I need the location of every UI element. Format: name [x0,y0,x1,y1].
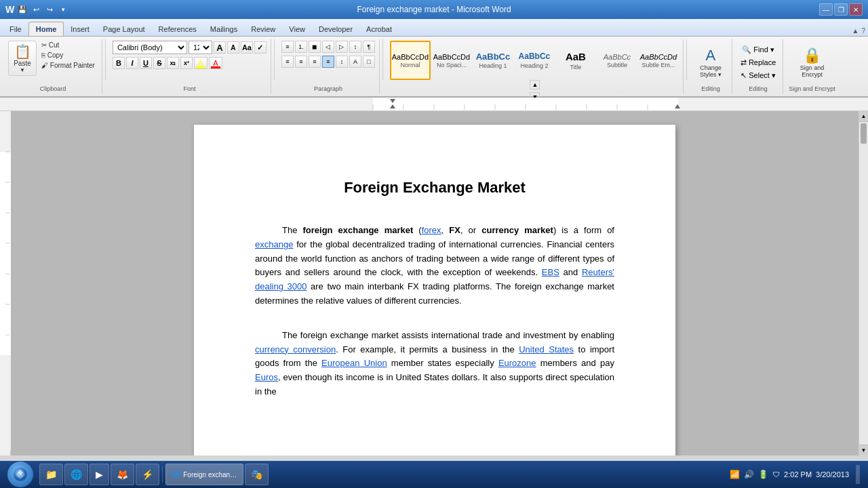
scroll-up-button[interactable]: ▲ [859,111,868,122]
tab-mailings[interactable]: Mailings [203,22,244,36]
numbering-button[interactable]: 1. [295,41,307,53]
highlight-color-button[interactable]: A [194,57,208,69]
font-shrink-button[interactable]: A [227,41,239,54]
link-european-union[interactable]: European Union [321,358,387,368]
justify-button[interactable]: ≡ [322,56,334,68]
change-case-button[interactable]: Aa [241,41,253,54]
style-normal-preview: AaBbCcDd [392,52,429,62]
clear-format-button[interactable]: ✓ [254,41,267,54]
link-eurozone[interactable]: Eurozone [498,358,536,368]
restore-button[interactable]: ❐ [834,3,848,16]
paste-label: Paste [14,60,31,67]
decrease-indent-button[interactable]: ◁ [322,41,334,53]
minimize-button[interactable]: — [819,3,833,16]
tab-review[interactable]: Review [244,22,282,36]
quick-access-undo[interactable]: ↩ [31,4,41,15]
replace-button[interactable]: ⇄ Replace [738,57,778,68]
sort-button[interactable]: ↕ [349,41,361,53]
link-united-states[interactable]: United States [519,344,574,354]
close-button[interactable]: ✕ [849,3,863,16]
style-heading2[interactable]: AaBbCc Heading 2 [514,41,555,80]
tab-view[interactable]: View [282,22,312,36]
paragraph-1[interactable]: The foreign exchange market (forex, FX, … [255,224,614,308]
align-center-button[interactable]: ≡ [295,56,307,68]
ribbon-help-icon[interactable]: ? [861,27,865,35]
tab-acrobat[interactable]: Acrobat [359,22,399,36]
font-name-selector[interactable]: Calibri (Body) [113,41,187,54]
text-currency-market: currency market [481,225,553,235]
show-marks-button[interactable]: ¶ [363,41,375,53]
link-exchange[interactable]: exchange [255,239,293,249]
taskbar-app-browser2[interactable]: ⚡ [136,464,159,485]
taskbar-app-explorer[interactable]: 📁 [39,464,63,485]
link-currency-conversion[interactable]: currency conversion [255,344,336,354]
tab-insert[interactable]: Insert [64,22,96,36]
tab-references[interactable]: References [152,22,203,36]
paragraph-2[interactable]: The foreign exchange market assists inte… [255,329,614,399]
link-forex[interactable]: forex [422,225,441,235]
taskbar-app-ie[interactable]: 🌐 [64,464,88,485]
tab-file[interactable]: File [3,22,28,36]
superscript-button[interactable]: x² [180,57,193,69]
quick-access-dropdown[interactable]: ▼ [58,4,68,15]
vertical-scrollbar[interactable]: ▲ ▼ [859,111,868,455]
quick-access-redo[interactable]: ↪ [44,4,55,15]
underline-button[interactable]: U [140,57,152,69]
format-painter-button[interactable]: 🖌 Format Painter [39,61,98,70]
sign-encrypt-button[interactable]: 🔒 Sign andEncrypt [795,47,829,78]
subscript-button[interactable]: x₂ [167,57,179,69]
tab-developer[interactable]: Developer [312,22,359,36]
replace-icon: ⇄ [741,58,747,67]
increase-indent-button[interactable]: ▷ [336,41,348,53]
bold-button[interactable]: B [113,57,125,69]
scroll-thumb[interactable] [861,123,867,144]
align-left-button[interactable]: ≡ [281,56,294,68]
style-heading1[interactable]: AaBbCc Heading 1 [473,41,513,80]
style-subtle-em[interactable]: AaBbCcDd Subtle Em... [638,41,679,80]
line-spacing-button[interactable]: ↕ [336,56,348,68]
link-ebs[interactable]: EBS [542,267,559,277]
quick-access-save[interactable]: 💾 [17,4,28,15]
cut-button[interactable]: ✂ Cut [39,41,98,49]
tab-home[interactable]: Home [28,22,64,36]
paste-dropdown-icon: ▼ [20,67,25,73]
taskbar-word-label: Foreign exchange... [183,471,237,479]
ribbon-minimize-icon[interactable]: ▲ [852,27,859,35]
document-scroll[interactable]: Foreign Exchange Market The foreign exch… [11,111,859,455]
align-right-button[interactable]: ≡ [309,56,321,68]
tray-battery-icon: 🔋 [758,470,768,479]
style-subtitle[interactable]: AaBbCc Subtitle [597,41,637,80]
paste-button[interactable]: 📋 Paste ▼ [8,41,37,76]
italic-button[interactable]: I [126,57,138,69]
copy-button[interactable]: ⎘ Copy [39,51,98,60]
find-button[interactable]: 🔍 Find ▾ [739,44,776,56]
select-button[interactable]: ↖ Select ▾ [738,70,778,81]
taskbar-app-firefox[interactable]: 🦊 [111,464,134,485]
style-no-spacing[interactable]: AaBbCcDd No Spaci... [431,41,472,80]
document-page: Foreign Exchange Market The foreign exch… [194,125,675,455]
style-normal[interactable]: AaBbCcDd Normal [390,41,431,80]
scroll-down-button[interactable]: ▼ [859,445,868,455]
start-button[interactable] [3,462,38,487]
tab-page-layout[interactable]: Page Layout [96,22,152,36]
vertical-ruler [0,111,11,455]
taskbar-word-button[interactable]: W Foreign exchange... [165,464,243,485]
link-euros[interactable]: Euros [255,372,278,382]
shading-button[interactable]: A [349,56,361,68]
font-color-button[interactable]: A [209,57,222,69]
strikethrough-button[interactable]: S [153,57,165,69]
font-grow-button[interactable]: A [214,41,226,54]
document-title[interactable]: Foreign Exchange Market [255,179,614,197]
tray-time: 2:02 PM [784,470,812,479]
taskbar-app-media[interactable]: ▶ [90,464,109,485]
multilevel-button[interactable]: ◼ [309,41,321,53]
font-size-selector[interactable]: 12 [189,41,212,54]
taskbar-app-other[interactable]: 🎭 [245,464,269,485]
bullets-button[interactable]: ≡ [281,41,294,53]
borders-button[interactable]: □ [363,56,375,68]
link-reuters[interactable]: Reuters' dealing 3000 [255,267,614,291]
change-styles-button[interactable]: A ChangeStyles ▾ [694,47,728,78]
style-title[interactable]: AaB Title [555,41,596,80]
show-desktop-button[interactable] [856,465,860,484]
styles-scroll-up[interactable]: ▲ [530,80,540,89]
